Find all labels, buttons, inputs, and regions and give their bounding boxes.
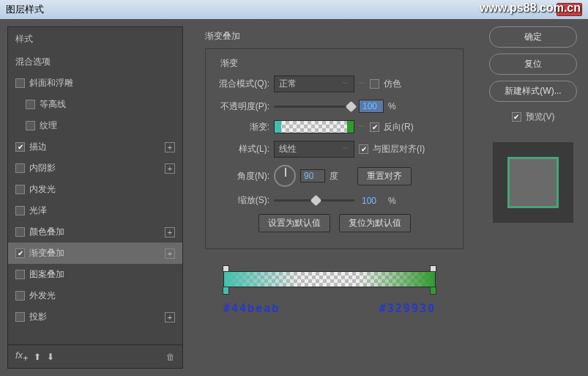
color-stop[interactable] — [430, 287, 436, 295]
checkbox[interactable] — [15, 270, 25, 279]
opacity-stop[interactable] — [430, 265, 436, 272]
scale-slider[interactable] — [274, 199, 354, 202]
chevron-down-icon: ﹀ — [343, 144, 349, 154]
hex-left: #44beab — [223, 302, 280, 315]
add-icon[interactable]: + — [165, 312, 175, 322]
hex-right: #329930 — [379, 302, 436, 315]
sidebar-item-outer-glow[interactable]: 外发光 — [8, 285, 182, 306]
sidebar-item-texture[interactable]: 纹理 — [8, 115, 182, 136]
blend-mode-label: 混合模式(Q): — [215, 78, 269, 90]
arrow-up-icon[interactable]: ⬆ — [34, 352, 41, 362]
checkbox[interactable] — [15, 227, 25, 237]
sidebar-item-satin[interactable]: 光泽 — [8, 200, 182, 221]
add-icon[interactable]: + — [165, 248, 175, 259]
checkbox[interactable] — [26, 100, 35, 109]
preview-swatch — [507, 157, 559, 208]
window-title: 图层样式 — [6, 3, 44, 16]
checkbox[interactable] — [15, 291, 25, 301]
opacity-slider[interactable] — [274, 106, 354, 108]
angle-label: 角度(N): — [215, 170, 269, 183]
chevron-down-icon[interactable]: ﹀ — [359, 122, 365, 132]
sidebar-item-inner-glow[interactable]: 内发光 — [8, 179, 182, 200]
sidebar-item-pattern-overlay[interactable]: 图案叠加 — [8, 264, 182, 285]
blend-mode-select[interactable]: 正常﹀ — [274, 75, 354, 92]
sidebar-item-gradient-overlay[interactable]: 渐变叠加+ — [8, 243, 182, 264]
dither-label: 仿色 — [384, 78, 401, 90]
opacity-input[interactable]: 100 — [359, 100, 384, 113]
preview-checkbox[interactable] — [512, 112, 521, 122]
style-label: 样式(L): — [215, 143, 269, 155]
sidebar-item-contour[interactable]: 等高线 — [8, 94, 182, 115]
panel-title: 渐变叠加 — [205, 30, 464, 43]
sidebar-blend-options[interactable]: 混合选项 — [8, 51, 182, 73]
checkbox[interactable] — [15, 312, 25, 322]
scale-label: 缩放(S): — [215, 194, 269, 207]
checkbox[interactable] — [15, 248, 25, 258]
gradient-label: 渐变: — [215, 121, 269, 133]
sidebar-footer: fx+ ⬆ ⬇ 🗑 — [8, 344, 182, 368]
opacity-label: 不透明度(P): — [215, 100, 269, 113]
angle-input[interactable]: 90 — [300, 169, 325, 183]
set-default-button[interactable]: 设置为默认值 — [258, 214, 330, 232]
slider-thumb[interactable] — [310, 195, 322, 207]
add-icon[interactable]: + — [165, 227, 175, 237]
color-stop[interactable] — [223, 287, 229, 295]
main-panel: 渐变叠加 渐变 混合模式(Q): 正常﹀ ﹀ 仿色 不透明度(P): 100 % — [190, 26, 478, 369]
scale-value[interactable]: 100 — [359, 195, 384, 207]
reset-button[interactable]: 复位 — [489, 54, 577, 75]
watermark: www.ps88.com.cn — [480, 1, 581, 15]
gradient-strip[interactable] — [223, 271, 436, 287]
sidebar-item-stroke[interactable]: 描边+ — [8, 136, 182, 158]
fx-icon[interactable]: fx+ — [15, 350, 28, 364]
checkbox[interactable] — [15, 142, 25, 152]
gradient-picker[interactable] — [274, 120, 354, 133]
style-select[interactable]: 线性﹀ — [274, 141, 354, 158]
chevron-down-icon: ﹀ — [343, 79, 349, 89]
arrow-down-icon[interactable]: ⬇ — [47, 352, 54, 362]
dither-checkbox[interactable] — [370, 79, 379, 89]
reset-align-button[interactable]: 重置对齐 — [357, 167, 412, 185]
chevron-down-icon[interactable]: ﹀ — [359, 79, 365, 89]
group-label: 渐变 — [217, 57, 241, 70]
angle-dial[interactable] — [274, 165, 296, 187]
ok-button[interactable]: 确定 — [489, 26, 577, 48]
checkbox[interactable] — [15, 78, 25, 88]
preview-label: 预览(V) — [526, 111, 555, 123]
reset-default-button[interactable]: 复位为默认值 — [339, 214, 411, 232]
checkbox[interactable] — [15, 163, 25, 173]
align-label: 与图层对齐(I) — [373, 143, 425, 155]
checkbox[interactable] — [15, 185, 25, 194]
sidebar-item-bevel[interactable]: 斜面和浮雕 — [8, 73, 182, 94]
reverse-checkbox[interactable] — [370, 122, 379, 132]
align-checkbox[interactable] — [359, 144, 368, 154]
sidebar-item-color-overlay[interactable]: 颜色叠加+ — [8, 221, 182, 243]
preview-box — [493, 142, 573, 223]
styles-sidebar: 样式 混合选项 斜面和浮雕 等高线 纹理 描边+ 内阴影+ 内发光 光泽 颜色叠… — [7, 26, 183, 369]
add-icon[interactable]: + — [165, 142, 175, 152]
opacity-stop[interactable] — [223, 265, 229, 272]
checkbox[interactable] — [26, 121, 35, 130]
slider-thumb[interactable] — [346, 100, 357, 112]
trash-icon[interactable]: 🗑 — [166, 352, 175, 362]
checkbox[interactable] — [15, 206, 25, 215]
new-style-button[interactable]: 新建样式(W)... — [489, 81, 577, 102]
gradient-editor: #44beab #329930 — [223, 271, 436, 315]
sidebar-item-inner-shadow[interactable]: 内阴影+ — [8, 158, 182, 179]
sidebar-item-drop-shadow[interactable]: 投影+ — [8, 306, 182, 328]
add-icon[interactable]: + — [165, 163, 175, 174]
reverse-label: 反向(R) — [384, 121, 414, 133]
sidebar-header-styles: 样式 — [8, 27, 182, 51]
right-panel: 确定 复位 新建样式(W)... 预览(V) — [485, 26, 581, 369]
